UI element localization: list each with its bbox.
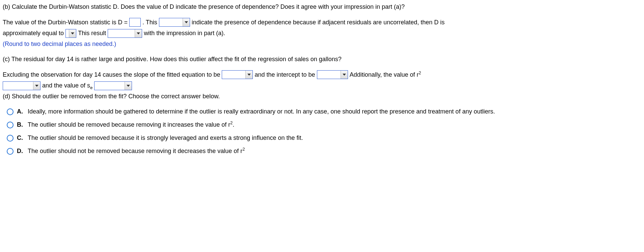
slope-dropdown[interactable] bbox=[222, 70, 253, 79]
text-segment: and the value of se bbox=[42, 82, 92, 89]
option-b[interactable]: B. The outlier should be removed because… bbox=[7, 121, 641, 129]
chevron-down-icon bbox=[245, 71, 252, 79]
indicate-dropdown[interactable] bbox=[159, 18, 190, 27]
chevron-down-icon bbox=[183, 18, 190, 26]
svg-marker-4 bbox=[343, 74, 346, 76]
chevron-down-icon bbox=[135, 29, 142, 37]
se-dropdown[interactable] bbox=[94, 81, 132, 90]
option-a[interactable]: A. Ideally, more information should be g… bbox=[7, 107, 641, 116]
option-label: C. bbox=[17, 134, 24, 142]
r2-dropdown[interactable] bbox=[3, 81, 41, 90]
option-text: The outlier should be removed because it… bbox=[28, 134, 641, 142]
text-segment: with the impression in part (a). bbox=[144, 30, 225, 36]
svg-marker-0 bbox=[185, 21, 188, 23]
intercept-dropdown[interactable] bbox=[317, 70, 348, 79]
radio-icon bbox=[7, 122, 14, 128]
chevron-down-icon bbox=[341, 71, 348, 79]
text-segment: This result bbox=[78, 30, 106, 36]
option-text: The outlier should not be removed becaus… bbox=[28, 147, 641, 155]
svg-marker-3 bbox=[247, 74, 251, 76]
option-label: D. bbox=[17, 147, 24, 155]
text-segment: and the intercept to be bbox=[254, 71, 315, 78]
radio-icon bbox=[7, 135, 14, 142]
part-d-options: A. Ideally, more information should be g… bbox=[3, 107, 641, 156]
text-segment: The value of the Durbin-Watson statistic… bbox=[3, 19, 128, 26]
part-b-prompt: (b) Calculate the Durbin-Watson statisti… bbox=[3, 3, 641, 11]
svg-marker-2 bbox=[137, 32, 140, 34]
rounding-note: (Round to two decimal places as needed.) bbox=[3, 40, 641, 48]
svg-marker-1 bbox=[71, 32, 74, 34]
chevron-down-icon bbox=[125, 82, 132, 90]
option-label: A. bbox=[17, 107, 24, 116]
option-text: The outlier should be removed because re… bbox=[28, 121, 641, 129]
option-label: B. bbox=[17, 121, 24, 129]
radio-icon bbox=[7, 148, 14, 155]
text-segment: approximately equal to bbox=[3, 30, 64, 36]
radio-icon bbox=[7, 108, 14, 115]
part-b-answer-line-2: approximately equal to This result with … bbox=[3, 29, 641, 37]
part-c-answer-line-2: and the value of se bbox=[3, 81, 641, 90]
part-c-answer-line-1: Excluding the observation for day 14 cau… bbox=[3, 70, 641, 79]
option-text: Ideally, more information should be gath… bbox=[28, 107, 641, 116]
chevron-down-icon bbox=[69, 29, 76, 37]
part-b-answer-line-1: The value of the Durbin-Watson statistic… bbox=[3, 18, 641, 27]
result-dropdown[interactable] bbox=[108, 29, 142, 38]
text-segment: Excluding the observation for day 14 cau… bbox=[3, 71, 220, 78]
chevron-down-icon bbox=[33, 82, 40, 90]
svg-marker-6 bbox=[127, 85, 130, 87]
part-c-prompt: (c) The residual for day 14 is rather la… bbox=[3, 55, 641, 64]
d-value-input[interactable] bbox=[129, 18, 141, 27]
equal-to-dropdown[interactable] bbox=[65, 29, 76, 38]
text-segment: Additionally, the value of r2 bbox=[350, 71, 421, 78]
svg-marker-5 bbox=[35, 85, 38, 87]
option-d[interactable]: D. The outlier should not be removed bec… bbox=[7, 147, 641, 155]
text-segment: . This bbox=[142, 19, 157, 26]
part-d-prompt: (d) Should the outlier be removed from t… bbox=[3, 92, 641, 101]
option-c[interactable]: C. The outlier should be removed because… bbox=[7, 134, 641, 142]
text-segment: indicate the presence of dependence beca… bbox=[192, 19, 445, 26]
